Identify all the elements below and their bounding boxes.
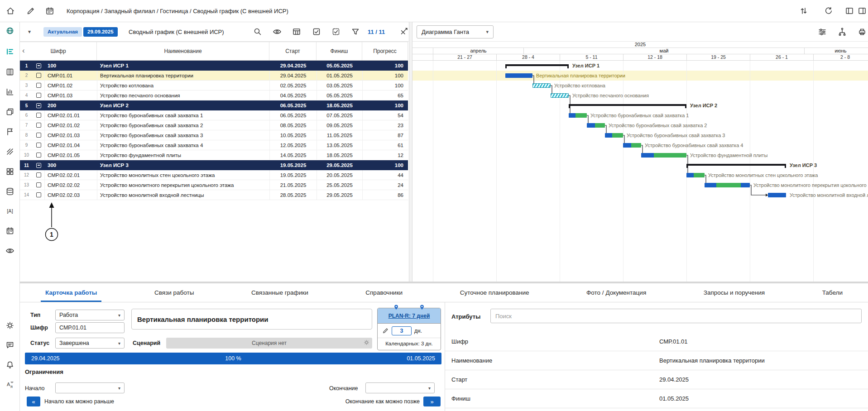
gantt-task-bar[interactable]	[569, 113, 587, 118]
tab-item[interactable]: Связи работы	[150, 283, 198, 302]
row-checkbox[interactable]	[36, 113, 41, 118]
asap-button[interactable]: «	[27, 397, 40, 406]
table-row[interactable]: 12СМР.02.02.01Устройство монолитных стен…	[20, 170, 408, 180]
start-constraint-select[interactable]: ▾	[55, 382, 125, 393]
code-input[interactable]	[55, 322, 125, 333]
tab-item[interactable]: Суточное планирование	[456, 283, 534, 302]
layout-split-left-icon[interactable]	[845, 6, 855, 16]
globe-icon[interactable]	[5, 26, 14, 35]
table-row[interactable]: 14СМР.02.02.03Устройство монолитной вход…	[20, 190, 408, 200]
hatch-lines-icon[interactable]	[5, 147, 14, 156]
gantt-task-bar[interactable]	[768, 193, 786, 197]
gantt-task-bar[interactable]	[623, 143, 641, 148]
alap-button[interactable]: »	[423, 397, 441, 406]
table-row[interactable]: 3СМР.01.02Устройство котлована02.05.2025…	[20, 81, 408, 91]
row-checkbox[interactable]	[36, 83, 41, 88]
edit-pencil-icon[interactable]	[26, 6, 36, 16]
row-checkbox[interactable]	[36, 133, 41, 138]
work-name-input[interactable]	[131, 309, 372, 330]
home-icon[interactable]	[6, 6, 16, 16]
grid-apps-icon[interactable]	[5, 167, 14, 176]
table-columns-icon[interactable]	[292, 27, 301, 36]
scenario-field[interactable]: Сценария нет	[166, 338, 372, 349]
gantt-summary-bar[interactable]	[569, 104, 686, 106]
filter-funnel-icon[interactable]	[351, 27, 360, 36]
row-checkbox[interactable]	[36, 63, 41, 68]
type-select[interactable]: Работа▾	[55, 310, 125, 320]
plan-r-link[interactable]: PLAN-R: 7 дней	[378, 308, 441, 324]
view-mode-select[interactable]: Диаграмма Ганта ▾	[417, 25, 494, 38]
gantt-task-bar[interactable]	[686, 173, 705, 177]
gantt-summary-bar[interactable]	[505, 64, 569, 66]
tab-item[interactable]: Фото / Документация	[582, 283, 651, 302]
row-checkbox[interactable]	[36, 93, 41, 98]
tab-item[interactable]: Связанные графики	[247, 283, 313, 302]
row-checkbox[interactable]	[36, 192, 41, 197]
hierarchy-flow-icon[interactable]	[838, 27, 847, 36]
column-header-code[interactable]: Шифр	[20, 42, 97, 60]
notifications-bell-icon[interactable]	[5, 360, 14, 369]
row-checkbox[interactable]	[36, 172, 41, 177]
table-row[interactable]: 11300Узел ИСР 319.05.202529.05.2025100	[20, 160, 408, 170]
eye-icon[interactable]	[5, 246, 14, 255]
pane-splitter[interactable]	[409, 22, 412, 282]
attribute-icon[interactable]: [A]	[5, 206, 14, 215]
swap-vertical-icon[interactable]	[799, 6, 809, 16]
duration-input[interactable]	[392, 326, 412, 335]
table-row[interactable]: 2СМР.01.01Вертикальная планировка террит…	[20, 71, 408, 81]
tab-item[interactable]: Карточка работы	[41, 283, 101, 302]
row-checkbox[interactable]	[36, 143, 41, 148]
gantt-task-bar[interactable]	[587, 123, 605, 128]
gantt-task-bar[interactable]	[551, 93, 569, 98]
translate-icon[interactable]: Aя	[5, 380, 14, 389]
column-header-progress[interactable]: Прогресс	[362, 42, 408, 60]
settings-sliders-icon[interactable]	[818, 27, 827, 36]
gear-icon[interactable]	[363, 339, 370, 346]
attributes-search-input[interactable]	[490, 309, 862, 323]
eye-icon[interactable]	[273, 27, 282, 36]
print-icon[interactable]	[858, 27, 867, 36]
tab-item[interactable]: Справочники	[361, 283, 407, 302]
theme-sun-icon[interactable]	[5, 321, 14, 330]
column-header-start[interactable]: Старт	[269, 42, 317, 60]
clear-filter-icon[interactable]	[399, 27, 408, 36]
comments-icon[interactable]	[5, 340, 14, 349]
collapse-pane-icon[interactable]: ‹	[22, 46, 25, 55]
layout-split-right-icon[interactable]	[858, 6, 868, 16]
table-row[interactable]: 7СМР.02.01.02Устройство буронабивных сва…	[20, 120, 408, 130]
date-badge[interactable]: 29.09.2025	[83, 27, 118, 37]
gantt-task-bar[interactable]	[605, 133, 623, 138]
checkbox-checked-icon[interactable]	[312, 27, 321, 36]
table-row[interactable]: 4СМР.01.03Устройство песчаного основания…	[20, 91, 408, 100]
table-row[interactable]: 8СМР.02.01.03Устройство буронабивных сва…	[20, 130, 408, 140]
column-header-name[interactable]: Наименование	[97, 42, 269, 60]
table-row[interactable]: 6СМР.02.01.01Устройство буронабивных сва…	[20, 110, 408, 120]
column-header-finish[interactable]: Финиш	[317, 42, 362, 60]
board-columns-icon[interactable]	[5, 67, 14, 76]
database-icon[interactable]	[5, 187, 14, 196]
calendar-icon[interactable]	[45, 6, 55, 16]
table-row[interactable]: 9СМР.02.01.04Устройство буронабивных сва…	[20, 140, 408, 150]
finish-constraint-select[interactable]: ▾	[365, 382, 435, 393]
table-row[interactable]: 10СМР.02.01.05Устройство фундаментной пл…	[20, 150, 408, 160]
bar-chart-icon[interactable]	[5, 87, 14, 96]
tab-item[interactable]: Запросы и поручения	[699, 283, 769, 302]
gantt-task-bar[interactable]	[505, 73, 532, 78]
search-icon[interactable]	[253, 27, 262, 36]
status-select[interactable]: Завершена▾	[55, 338, 125, 349]
gantt-task-bar[interactable]	[641, 153, 686, 158]
table-row[interactable]: 5200Узел ИСР 206.05.202518.05.2025100	[20, 100, 408, 110]
gantt-summary-bar[interactable]	[686, 164, 786, 166]
checkbox-check-all-icon[interactable]	[331, 27, 340, 36]
chevron-down-icon[interactable]: ▾	[28, 29, 31, 35]
table-row[interactable]: 1100Узел ИСР 129.04.202505.05.2025100	[20, 61, 408, 71]
outline-active-icon[interactable]	[5, 47, 14, 56]
gantt-task-bar[interactable]	[705, 183, 750, 187]
status-badge[interactable]: Актуальная	[43, 27, 82, 37]
copy-pages-icon[interactable]	[5, 107, 14, 116]
tab-item[interactable]: Табели	[818, 283, 847, 302]
table-row[interactable]: 13СМР.02.02.02Устройство монолитного пер…	[20, 180, 408, 190]
row-checkbox[interactable]	[36, 163, 41, 168]
row-checkbox[interactable]	[36, 182, 41, 187]
row-checkbox[interactable]	[36, 73, 41, 78]
